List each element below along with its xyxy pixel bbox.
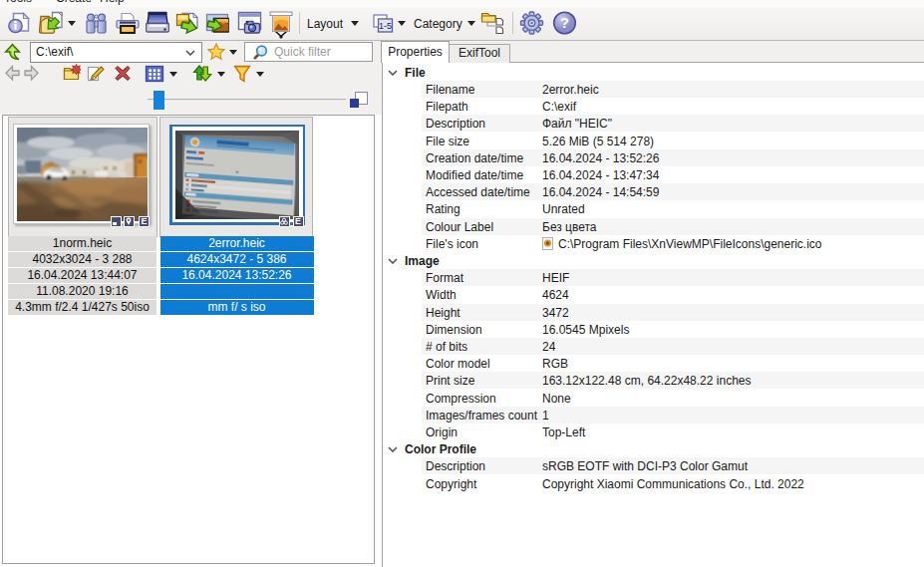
- svg-text:?: ?: [560, 15, 569, 31]
- svg-text:1-5: 1-5: [379, 21, 392, 31]
